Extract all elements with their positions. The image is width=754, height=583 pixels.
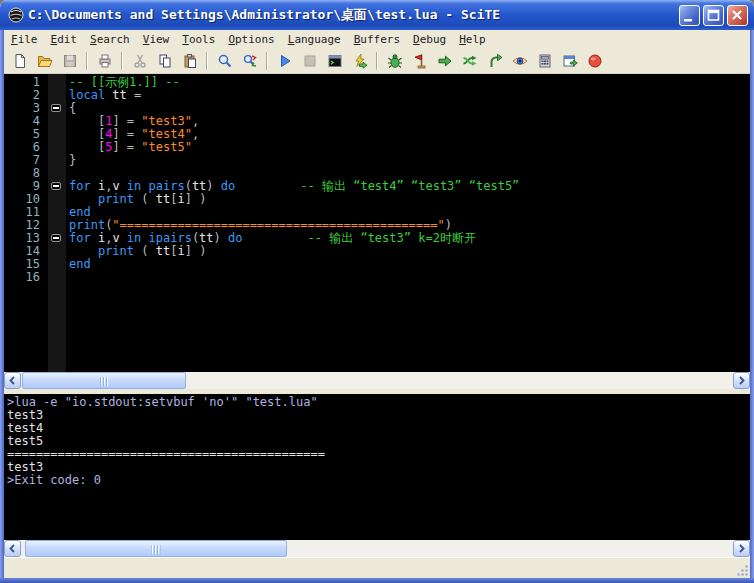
registers-button[interactable]	[532, 50, 557, 72]
fold-collapse-marker[interactable]	[51, 234, 61, 242]
run-button[interactable]	[272, 50, 297, 72]
scroll-left-icon	[8, 376, 17, 385]
editor-line-14[interactable]: 14 print ( tt[i] )	[4, 245, 750, 258]
save-file-icon	[62, 53, 78, 69]
output-text-line: test3	[7, 461, 750, 474]
menu-item-language[interactable]: Language	[288, 33, 341, 46]
output-hscrollbar[interactable]	[4, 540, 750, 557]
scite-app-icon[interactable]	[8, 7, 24, 23]
editor-pane[interactable]: 1-- [[示例1.]] --2local tt =3{4 [1] = "tes…	[4, 74, 750, 372]
new-file-icon	[12, 53, 28, 69]
menu-item-options[interactable]: Options	[228, 33, 274, 46]
line-number: 5	[4, 128, 48, 141]
new-file-button[interactable]	[7, 50, 32, 72]
status-bar: Ln: 9 Col: 33 Sel: 0 | Saved: 2012-01-30…	[4, 557, 750, 578]
minimize-button[interactable]	[679, 5, 700, 26]
open-file-button[interactable]	[32, 50, 57, 72]
output-hscroll-thumb[interactable]	[25, 540, 287, 557]
fold-cell	[48, 141, 66, 154]
cut-button[interactable]	[127, 50, 152, 72]
run-icon	[277, 53, 293, 69]
output-command-line: >lua -e "io.stdout:setvbuf 'no'" "test.l…	[7, 396, 750, 409]
menu-item-help[interactable]: Help	[459, 33, 486, 46]
inspect-button[interactable]	[507, 50, 532, 72]
scroll-right-icon	[737, 376, 746, 385]
output-pane[interactable]: >lua -e "io.stdout:setvbuf 'no'" "test.l…	[4, 394, 750, 540]
paste-button[interactable]	[177, 50, 202, 72]
copy-button[interactable]	[152, 50, 177, 72]
toolbar-separator	[266, 52, 268, 70]
scroll-left-button[interactable]	[4, 540, 21, 557]
toolbar	[4, 48, 750, 74]
editor-line-7[interactable]: 7}	[4, 154, 750, 167]
replace-button[interactable]	[237, 50, 262, 72]
fold-cell	[48, 115, 66, 128]
editor-line-10[interactable]: 10 print ( tt[i] )	[4, 193, 750, 206]
editor-line-15[interactable]: 15end	[4, 258, 750, 271]
maximize-button[interactable]	[703, 5, 724, 26]
code-text	[66, 271, 69, 284]
compile-icon	[352, 53, 368, 69]
stop-button[interactable]	[297, 50, 322, 72]
menu-item-file[interactable]: File	[11, 33, 38, 46]
editor-hscroll-thumb[interactable]	[22, 372, 186, 389]
menu-item-tools[interactable]: Tools	[182, 33, 215, 46]
close-button[interactable]	[727, 5, 748, 26]
menu-item-view[interactable]: View	[143, 33, 170, 46]
editor-line-16[interactable]: 16	[4, 271, 750, 284]
line-number: 1	[4, 76, 48, 89]
debug-output-icon	[562, 53, 578, 69]
scroll-right-button[interactable]	[733, 372, 750, 389]
copy-icon	[157, 53, 173, 69]
editor-line-6[interactable]: 6 [5] = "test5"	[4, 141, 750, 154]
find-button[interactable]	[212, 50, 237, 72]
toolbar-separator	[121, 52, 123, 70]
window-frame-left	[0, 30, 4, 583]
menu-item-search[interactable]: Search	[90, 33, 130, 46]
fold-cell	[48, 245, 66, 258]
editor-line-2[interactable]: 2local tt =	[4, 89, 750, 102]
fold-collapse-marker[interactable]	[51, 104, 61, 112]
resize-grip[interactable]	[735, 563, 749, 577]
editor-hscrollbar[interactable]	[4, 372, 750, 389]
debug-stop-icon	[587, 53, 603, 69]
cut-icon	[132, 53, 148, 69]
fold-cell	[48, 89, 66, 102]
menu-item-debug[interactable]: Debug	[413, 33, 446, 46]
step-button[interactable]	[432, 50, 457, 72]
step-over-button[interactable]	[457, 50, 482, 72]
debug-stop-button[interactable]	[582, 50, 607, 72]
compile-button[interactable]	[347, 50, 372, 72]
inspect-icon	[512, 53, 528, 69]
scroll-thumb-grip	[100, 377, 109, 386]
code-text: local tt =	[66, 89, 141, 102]
step-over-icon	[462, 53, 478, 69]
window-title: C:\Documents and Settings\Administrator\…	[28, 0, 500, 30]
fold-collapse-marker[interactable]	[51, 182, 61, 190]
toolbar-separator	[376, 52, 378, 70]
menu-bar: FileEditSearchViewToolsOptionsLanguageBu…	[4, 30, 750, 48]
debug-output-button[interactable]	[557, 50, 582, 72]
menu-item-edit[interactable]: Edit	[51, 33, 78, 46]
step-out-icon	[487, 53, 503, 69]
fold-cell	[48, 128, 66, 141]
line-number: 3	[4, 102, 48, 115]
title-bar[interactable]: C:\Documents and Settings\Administrator\…	[0, 0, 754, 30]
breakpoint-icon	[412, 53, 428, 69]
scroll-left-button[interactable]	[4, 372, 21, 389]
breakpoint-button[interactable]	[407, 50, 432, 72]
window-frame-bottom	[0, 578, 754, 583]
scroll-right-button[interactable]	[733, 540, 750, 557]
save-file-button[interactable]	[57, 50, 82, 72]
console-button[interactable]	[322, 50, 347, 72]
fold-cell	[48, 167, 66, 180]
scroll-left-icon	[8, 544, 17, 553]
stop-icon	[302, 53, 318, 69]
debug-start-button[interactable]	[382, 50, 407, 72]
step-out-button[interactable]	[482, 50, 507, 72]
menu-item-buffers[interactable]: Buffers	[354, 33, 400, 46]
line-number: 7	[4, 154, 48, 167]
fold-cell	[48, 180, 66, 193]
print-button[interactable]	[92, 50, 117, 72]
code-text: }	[66, 154, 76, 167]
